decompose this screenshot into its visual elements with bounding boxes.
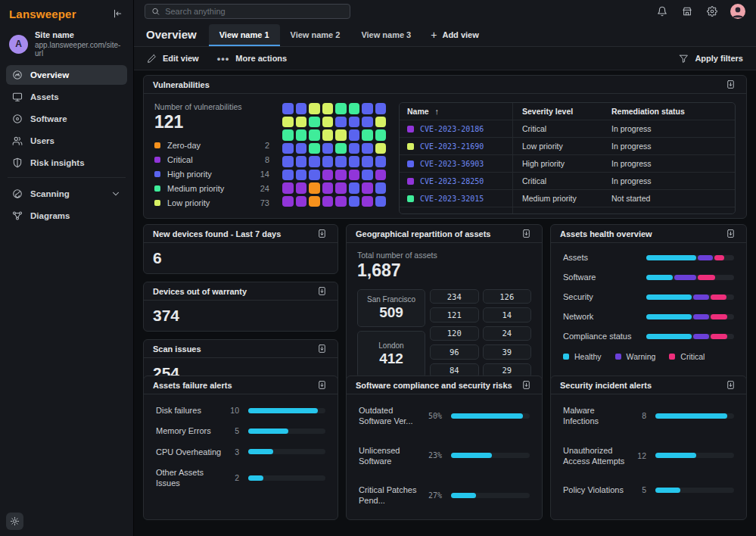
remediation-cell: Not started bbox=[602, 190, 735, 207]
legend-swatch bbox=[154, 185, 160, 192]
waffle-cell bbox=[349, 196, 360, 207]
monitor-icon bbox=[12, 92, 23, 102]
health-bar bbox=[646, 334, 734, 339]
sidebar-item-diagrams[interactable]: Diagrams bbox=[6, 206, 127, 226]
geo-cell[interactable]: 39 bbox=[483, 344, 532, 359]
city-box-san-francisco[interactable]: San Francisco 509 bbox=[357, 289, 425, 327]
export-file-icon bbox=[317, 229, 327, 238]
site-switcher[interactable]: A Site name app.lansweeper.com/site-url bbox=[0, 24, 133, 65]
card-title: Security incident alerts bbox=[560, 381, 652, 390]
waffle-cell bbox=[282, 182, 294, 194]
sidebar-item-scanning[interactable]: Scanning bbox=[6, 184, 127, 204]
sidebar-item-risk-insights[interactable]: Risk insights bbox=[6, 153, 127, 173]
sidebar: Lansweeper A Site name app.lansweeper.co… bbox=[0, 0, 134, 536]
export-button[interactable] bbox=[724, 379, 737, 391]
alert-value: 27% bbox=[425, 491, 451, 500]
health-row: Software bbox=[563, 273, 734, 282]
app-window: Lansweeper A Site name app.lansweeper.co… bbox=[0, 0, 756, 536]
card-title: Assets failure alerts bbox=[153, 381, 232, 390]
sidebar-item-overview[interactable]: Overview bbox=[6, 65, 127, 85]
geo-cell[interactable]: 234 bbox=[430, 289, 479, 304]
alert-label: Memory Errors bbox=[156, 425, 222, 436]
column-header-severity[interactable]: Severity level bbox=[513, 103, 602, 120]
geo-cell[interactable]: 24 bbox=[483, 326, 532, 341]
network-icon bbox=[12, 210, 23, 221]
apply-filters-button[interactable]: Apply filters bbox=[679, 54, 743, 64]
more-actions-button[interactable]: ••• More actions bbox=[217, 53, 288, 64]
bar-segment-healthy bbox=[646, 314, 692, 319]
new-devices-card: New devices found - Last 7 days 6 bbox=[143, 224, 338, 274]
legend-value: 2 bbox=[265, 141, 269, 150]
waffle-cell bbox=[375, 182, 387, 194]
shield-icon bbox=[12, 157, 23, 168]
geo-cell[interactable]: 120 bbox=[430, 326, 479, 341]
tab-view-2[interactable]: View name 2 bbox=[280, 24, 351, 46]
pencil-icon bbox=[147, 54, 157, 64]
export-button[interactable] bbox=[316, 342, 328, 355]
waffle-cell bbox=[362, 143, 373, 154]
global-search[interactable] bbox=[145, 4, 350, 19]
legend-value: 73 bbox=[260, 198, 269, 207]
geo-cell[interactable]: 14 bbox=[483, 307, 532, 322]
bar-segment-critical bbox=[711, 334, 727, 339]
cve-link[interactable]: CVE-2023-21690 bbox=[420, 142, 484, 151]
export-button[interactable] bbox=[724, 227, 737, 240]
notifications-button[interactable] bbox=[655, 5, 669, 18]
health-row: Security bbox=[563, 292, 734, 301]
waffle-cell bbox=[349, 117, 360, 128]
export-button[interactable] bbox=[520, 379, 533, 391]
sidebar-item-software[interactable]: Software bbox=[6, 109, 127, 129]
settings-button[interactable] bbox=[705, 5, 719, 18]
geo-cell[interactable]: 126 bbox=[483, 289, 532, 304]
cve-link[interactable]: CVE-2023-32015 bbox=[420, 195, 484, 203]
health-label: Network bbox=[563, 312, 646, 321]
bar-segment-warning bbox=[674, 275, 696, 280]
severity-cell: High priority bbox=[513, 155, 602, 172]
table-row: CVE-2023-36903 High priority In progress bbox=[400, 155, 735, 173]
tab-view-1[interactable]: View name 1 bbox=[209, 24, 280, 46]
alert-value: 10 bbox=[222, 406, 248, 415]
cve-link[interactable]: CVE-2023-28250 bbox=[420, 177, 484, 185]
alert-row: Memory Errors 5 bbox=[156, 425, 325, 436]
card-title: Assets health overview bbox=[560, 229, 652, 238]
edit-view-button[interactable]: Edit view bbox=[147, 54, 199, 64]
export-button[interactable] bbox=[316, 227, 328, 240]
waffle-cell bbox=[349, 103, 360, 114]
cve-link[interactable]: CVE-2023-20186 bbox=[420, 125, 484, 133]
marketplace-button[interactable] bbox=[680, 5, 694, 18]
waffle-cell bbox=[296, 196, 307, 207]
cve-link[interactable]: CVE-2023-36903 bbox=[420, 160, 484, 168]
geo-cell[interactable]: 121 bbox=[430, 307, 479, 322]
card-title: Geographical repartition of assets bbox=[356, 229, 491, 238]
tab-view-3[interactable]: View name 3 bbox=[350, 24, 422, 46]
legend-item-warning: Warning bbox=[615, 352, 656, 361]
sidebar-item-label: Risk insights bbox=[30, 158, 85, 167]
waffle-cell bbox=[296, 117, 307, 128]
legend-swatch bbox=[154, 200, 160, 206]
alert-label: Unauthorized Access Attempts bbox=[563, 445, 630, 467]
sidebar-item-assets[interactable]: Assets bbox=[6, 87, 127, 107]
export-file-icon bbox=[521, 380, 531, 390]
column-header-name[interactable]: Name ↑ bbox=[400, 103, 513, 120]
add-view-button[interactable]: + Add view bbox=[422, 24, 487, 46]
sidebar-item-users[interactable]: Users bbox=[6, 131, 127, 151]
export-button[interactable] bbox=[520, 227, 533, 240]
export-button[interactable] bbox=[724, 78, 737, 91]
user-avatar[interactable] bbox=[730, 4, 745, 19]
city-box-london[interactable]: London 412 bbox=[357, 331, 425, 378]
collapse-sidebar-button[interactable] bbox=[110, 7, 124, 20]
waffle-cell bbox=[335, 143, 347, 154]
severity-swatch bbox=[407, 143, 414, 150]
waffle-cell bbox=[296, 156, 307, 167]
geo-cell[interactable]: 96 bbox=[430, 344, 479, 359]
health-bar bbox=[646, 275, 734, 280]
export-button[interactable] bbox=[316, 285, 328, 298]
theme-toggle-button[interactable] bbox=[6, 513, 23, 530]
alert-bar bbox=[248, 449, 325, 454]
alert-bar bbox=[451, 453, 530, 458]
search-input[interactable] bbox=[165, 7, 344, 16]
chevron-down-icon bbox=[110, 189, 121, 199]
column-header-remediation[interactable]: Remediation status bbox=[602, 103, 735, 120]
city-value: 412 bbox=[379, 351, 403, 367]
export-button[interactable] bbox=[316, 379, 328, 391]
